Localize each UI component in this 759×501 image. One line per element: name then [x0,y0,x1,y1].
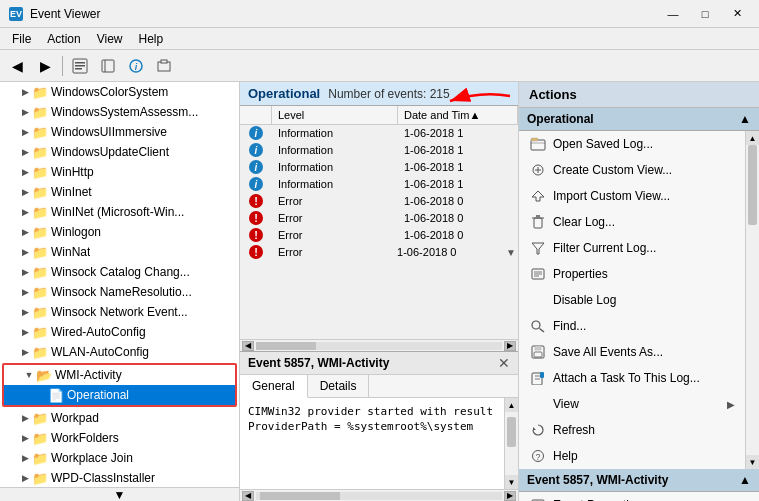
expand-icon[interactable]: ▶ [18,327,32,337]
event-row[interactable]: i Information 1-06-2018 1 [240,159,518,176]
action-open-saved-log[interactable]: Open Saved Log... [519,131,745,157]
tree-item-workfolders[interactable]: ▶ 📁 WorkFolders [0,428,239,448]
close-button[interactable]: ✕ [723,4,751,24]
events-hscroll[interactable]: ◀ ▶ [240,339,518,351]
expand-icon[interactable]: ▶ [18,247,32,257]
expand-icon[interactable]: ▶ [18,413,32,423]
detail-hscroll-right[interactable]: ▶ [504,491,516,501]
action-save-all-events[interactable]: Save All Events As... [519,339,745,365]
actions-section-event[interactable]: Event 5857, WMI-Activity ▲ [519,469,759,492]
tree-item-wpdclassinstaller[interactable]: ▶ 📁 WPD-ClassInstaller [0,468,239,487]
toolbar-btn-2[interactable] [95,54,121,78]
expand-icon[interactable]: ▶ [18,107,32,117]
expand-icon[interactable]: ▶ [18,167,32,177]
actions-section-operational[interactable]: Operational ▲ [519,108,759,131]
expand-icon[interactable]: ▶ [18,473,32,483]
toolbar-btn-1[interactable] [67,54,93,78]
action-refresh[interactable]: Refresh [519,417,745,443]
col-header-icon[interactable] [240,106,272,124]
event-row[interactable]: ! Error 1-06-2018 0 ▼ [240,244,518,261]
window-controls[interactable]: — □ ✕ [659,4,751,24]
tree-item-winsockname[interactable]: ▶ 📁 Winsock NameResolutio... [0,282,239,302]
action-attach-task[interactable]: Attach a Task To This Log... [519,365,745,391]
detail-hscroll-thumb[interactable] [260,492,340,500]
action-find[interactable]: Find... [519,313,745,339]
action-filter-current-log[interactable]: Filter Current Log... [519,235,745,261]
detail-hscroll[interactable]: ◀ ▶ [240,489,518,501]
tree-item-windowsupdateclient[interactable]: ▶ 📁 WindowsUpdateClient [0,142,239,162]
actions-scroll-up[interactable]: ▲ [746,131,759,145]
expand-icon[interactable]: ▶ [18,207,32,217]
menu-help[interactable]: Help [131,30,172,48]
expand-icon[interactable]: ▶ [18,347,32,357]
event-row[interactable]: i Information 1-06-2018 1 [240,176,518,193]
tree-item-winnat[interactable]: ▶ 📁 WinNat [0,242,239,262]
action-view[interactable]: View ▶ [519,391,745,417]
tab-general[interactable]: General [240,375,308,398]
tree-scroll-down[interactable]: ▼ [0,487,239,501]
tree-item-wlanautoconfig[interactable]: ▶ 📁 WLAN-AutoConfig [0,342,239,362]
expand-icon[interactable]: ▶ [18,87,32,97]
maximize-button[interactable]: □ [691,4,719,24]
expand-icon[interactable]: ▶ [18,147,32,157]
toolbar-btn-4[interactable] [151,54,177,78]
toolbar-back[interactable]: ◀ [4,54,30,78]
hscroll-left[interactable]: ◀ [242,341,254,351]
action-create-custom-view[interactable]: Create Custom View... [519,157,745,183]
tree-item-windowssystem[interactable]: ▶ 📁 WindowsSystemAssessm... [0,102,239,122]
menu-file[interactable]: File [4,30,39,48]
actions-scroll-down[interactable]: ▼ [746,455,759,469]
event-row[interactable]: i Information 1-06-2018 1 [240,142,518,159]
action-properties[interactable]: Properties [519,261,745,287]
event-row[interactable]: ! Error 1-06-2018 0 [240,210,518,227]
action-disable-log[interactable]: Disable Log [519,287,745,313]
tree-view[interactable]: ▶ 📁 WindowsColorSystem ▶ 📁 WindowsSystem… [0,82,239,487]
toolbar-btn-3[interactable]: i [123,54,149,78]
hscroll-thumb[interactable] [256,342,316,350]
events-table[interactable]: i Information 1-06-2018 1 i Information … [240,125,518,339]
action-event-properties[interactable]: Event Properties [519,492,759,501]
expand-icon[interactable]: ▶ [18,227,32,237]
toolbar-forward[interactable]: ▶ [32,54,58,78]
tree-item-operational[interactable]: 📄 Operational [4,385,235,405]
tree-item-wininetms[interactable]: ▶ 📁 WinINet (Microsoft-Win... [0,202,239,222]
tree-item-workpad[interactable]: ▶ 📁 Workpad [0,408,239,428]
tree-item-workplacejoin[interactable]: ▶ 📁 Workplace Join [0,448,239,468]
expand-icon[interactable]: ▼ [22,370,36,380]
col-header-level[interactable]: Level [272,106,398,124]
event-row[interactable]: ! Error 1-06-2018 0 [240,193,518,210]
tree-item-winhttp[interactable]: ▶ 📁 WinHttp [0,162,239,182]
expand-icon[interactable]: ▶ [18,433,32,443]
tree-item-windowsuiimmersive[interactable]: ▶ 📁 WindowsUIImmersive [0,122,239,142]
actions-vscroll[interactable]: ▲ ▼ [745,131,759,469]
menu-action[interactable]: Action [39,30,88,48]
action-clear-log[interactable]: Clear Log... [519,209,745,235]
expand-icon[interactable]: ▶ [18,187,32,197]
tree-item-wininet[interactable]: ▶ 📁 WinInet [0,182,239,202]
hscroll-right[interactable]: ▶ [504,341,516,351]
detail-scroll-thumb[interactable] [507,417,516,447]
detail-scroll-up[interactable]: ▲ [505,398,518,412]
action-import-custom-view[interactable]: Import Custom View... [519,183,745,209]
expand-icon[interactable]: ▶ [18,127,32,137]
tab-details[interactable]: Details [308,375,370,397]
detail-scroll-down[interactable]: ▼ [505,475,518,489]
tree-item-winlogon[interactable]: ▶ 📁 Winlogon [0,222,239,242]
action-help[interactable]: ? Help [519,443,745,469]
tree-item-wmiactivity[interactable]: ▼ 📂 WMI-Activity [4,365,235,385]
menu-view[interactable]: View [89,30,131,48]
event-detail-close-button[interactable]: ✕ [498,355,510,371]
detail-hscroll-left[interactable]: ◀ [242,491,254,501]
event-row[interactable]: i Information 1-06-2018 1 [240,125,518,142]
tree-item-wiredautoconfig[interactable]: ▶ 📁 Wired-AutoConfig [0,322,239,342]
expand-icon[interactable]: ▶ [18,267,32,277]
detail-vscroll[interactable]: ▲ ▼ [504,398,518,489]
expand-icon[interactable]: ▶ [18,307,32,317]
expand-icon[interactable]: ▶ [18,453,32,463]
expand-icon[interactable]: ▶ [18,287,32,297]
tree-item-winsockcatalog[interactable]: ▶ 📁 Winsock Catalog Chang... [0,262,239,282]
event-row[interactable]: ! Error 1-06-2018 0 [240,227,518,244]
tree-item-winsocknetwork[interactable]: ▶ 📁 Winsock Network Event... [0,302,239,322]
minimize-button[interactable]: — [659,4,687,24]
tree-item-windowscolorsystem[interactable]: ▶ 📁 WindowsColorSystem [0,82,239,102]
